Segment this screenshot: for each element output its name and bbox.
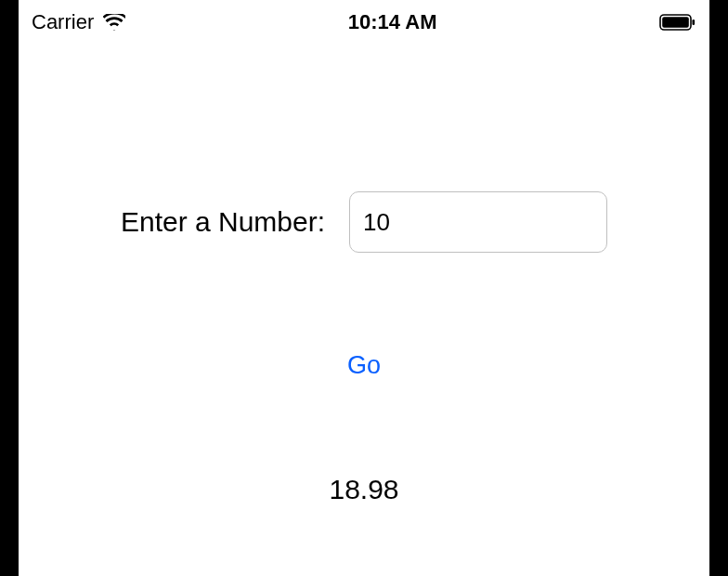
go-button[interactable]: Go — [19, 351, 709, 380]
device-screen: Carrier 10:14 AM Enter a Number: — [19, 0, 709, 576]
result-label: 18.98 — [19, 474, 709, 505]
svg-rect-1 — [662, 17, 689, 28]
number-input[interactable] — [349, 191, 607, 253]
status-left: Carrier — [32, 10, 125, 34]
carrier-label: Carrier — [32, 10, 94, 34]
status-bar: Carrier 10:14 AM — [19, 0, 709, 45]
battery-icon — [659, 14, 696, 31]
svg-rect-2 — [692, 20, 695, 25]
input-row: Enter a Number: — [19, 191, 709, 253]
status-time: 10:14 AM — [348, 10, 437, 34]
number-input-label: Enter a Number: — [121, 206, 325, 238]
wifi-icon — [103, 14, 125, 31]
